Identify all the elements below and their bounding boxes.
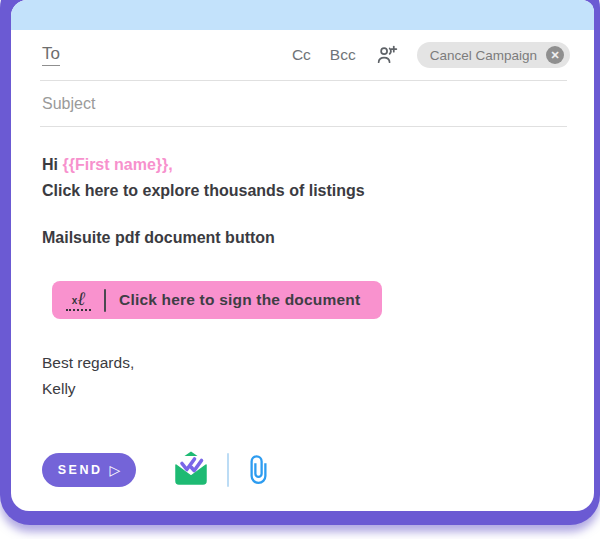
bcc-button[interactable]: Bcc bbox=[330, 46, 356, 64]
cancel-campaign-chip[interactable]: Cancel Campaign ✕ bbox=[417, 42, 570, 68]
subject-row: Subject bbox=[11, 81, 594, 126]
closing-lines: Best regards, Kelly bbox=[42, 350, 570, 402]
merge-tag-first-name: {{First name}}, bbox=[62, 156, 172, 173]
compose-window: To Cc Bcc Cancel Campaign ✕ Subject bbox=[11, 0, 594, 511]
greeting-prefix: Hi bbox=[42, 156, 62, 173]
compose-header-bar[interactable] bbox=[11, 0, 594, 30]
footer-divider bbox=[227, 453, 229, 487]
send-arrow-icon: ▷ bbox=[109, 462, 120, 478]
intro-line: Click here to explore thousands of listi… bbox=[42, 182, 365, 199]
attachment-icon[interactable] bbox=[246, 455, 271, 485]
mailsuite-envelope-logo[interactable] bbox=[170, 450, 212, 490]
recipient-row: To Cc Bcc Cancel Campaign ✕ bbox=[11, 30, 594, 80]
cc-button[interactable]: Cc bbox=[292, 46, 311, 64]
message-body[interactable]: Hi {{First name}}, Click here to explore… bbox=[11, 127, 594, 402]
window-frame: To Cc Bcc Cancel Campaign ✕ Subject bbox=[0, 0, 600, 525]
to-field[interactable]: To bbox=[42, 44, 60, 66]
closing-line1: Best regards, bbox=[42, 354, 134, 371]
recipient-actions: Cc Bcc Cancel Campaign ✕ bbox=[292, 42, 570, 68]
sign-button-separator bbox=[104, 289, 106, 312]
compose-footer: SEND ▷ bbox=[42, 450, 271, 490]
sign-button-label: Click here to sign the document bbox=[119, 291, 360, 309]
person-add-icon[interactable] bbox=[375, 44, 398, 67]
close-icon[interactable]: ✕ bbox=[546, 46, 564, 64]
closing-line2: Kelly bbox=[42, 380, 76, 397]
subject-field[interactable]: Subject bbox=[42, 95, 95, 113]
signature-icon: x ℓ bbox=[66, 290, 91, 311]
cancel-campaign-label: Cancel Campaign bbox=[430, 48, 537, 63]
sign-document-button[interactable]: x ℓ Click here to sign the document bbox=[52, 281, 382, 319]
greeting-line: Hi {{First name}}, Click here to explore… bbox=[42, 152, 570, 204]
pdf-line: Mailsuite pdf document button bbox=[42, 225, 570, 251]
send-button[interactable]: SEND ▷ bbox=[42, 453, 136, 487]
